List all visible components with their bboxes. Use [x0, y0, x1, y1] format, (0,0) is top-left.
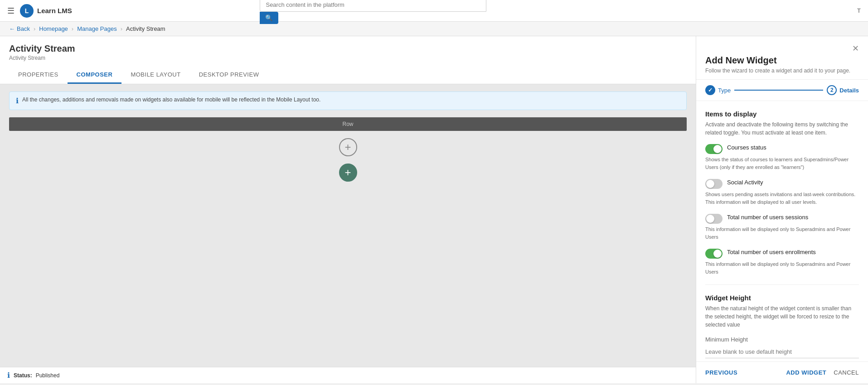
search-bar: 🔍	[260, 0, 486, 24]
toggle-thumb-0	[713, 145, 722, 153]
toggle-row-3: Total number of users enrollments	[705, 249, 859, 259]
nav-user-text: T	[857, 7, 861, 14]
toggle-courses-status[interactable]	[705, 144, 723, 154]
status-bar: ℹ Status: Published	[0, 367, 696, 383]
main-area: Activity Stream Activity Stream PROPERTI…	[0, 36, 696, 383]
step-1: ✓ Type	[705, 85, 731, 95]
breadcrumb-homepage[interactable]: Homepage	[39, 25, 68, 32]
search-input[interactable]	[260, 0, 486, 12]
breadcrumb-manage-pages[interactable]: Manage Pages	[77, 25, 116, 32]
page-tabs: PROPERTIES COMPOSER MOBILE LAYOUT DESKTO…	[9, 67, 687, 84]
cancel-button[interactable]: CANCEL	[834, 369, 859, 376]
back-button[interactable]: ← Back	[9, 25, 30, 32]
page-title: Activity Stream	[9, 43, 687, 54]
panel-footer: PREVIOUS ADD WIDGET CANCEL	[696, 361, 868, 383]
add-widget-button[interactable]: ADD WIDGET	[786, 369, 826, 376]
status-info-icon: ℹ	[7, 371, 10, 380]
section-divider	[705, 284, 859, 285]
toggle-desc-2: This information will be displayed only …	[705, 226, 859, 241]
sep3: ›	[121, 25, 122, 32]
toggle-social-activity[interactable]	[705, 179, 723, 189]
info-message: All the changes, additions and removals …	[22, 96, 320, 103]
toggle-user-enrollments[interactable]	[705, 249, 723, 259]
items-section-title: Items to display	[705, 110, 859, 118]
items-section-desc: Activate and deactivate the following it…	[705, 120, 859, 137]
panel-header: ✕ Add New Widget Follow the wizard to cr…	[696, 36, 868, 80]
toggle-thumb-1	[706, 180, 714, 188]
toggle-item-0: Courses status Shows the status of cours…	[705, 144, 859, 171]
sep1: ›	[34, 25, 35, 32]
toggle-row-2: Total number of users sessions	[705, 214, 859, 224]
tab-composer[interactable]: COMPOSER	[68, 67, 122, 84]
toggle-label-1: Social Activity	[727, 179, 859, 186]
toggle-thumb-2	[706, 215, 714, 223]
sep2: ›	[72, 25, 73, 32]
toggle-item-2: Total number of users sessions This info…	[705, 214, 859, 241]
back-arrow-icon: ←	[9, 25, 15, 32]
toggle-item-1: Social Activity Shows users pending asse…	[705, 179, 859, 206]
hamburger-icon[interactable]: ☰	[7, 6, 15, 16]
toggle-item-3: Total number of users enrollments This i…	[705, 249, 859, 275]
panel-body: Items to display Activate and deactivate…	[696, 101, 868, 361]
step1-circle: ✓	[705, 85, 715, 95]
brand-name: Learn LMS	[37, 7, 72, 14]
right-panel: ✕ Add New Widget Follow the wizard to cr…	[696, 36, 868, 383]
panel-close-row: ✕	[705, 43, 859, 53]
tab-mobile-layout[interactable]: MOBILE LAYOUT	[121, 67, 189, 84]
step-line	[734, 90, 823, 91]
step1-label: Type	[718, 87, 731, 94]
toggle-row-0: Courses status	[705, 144, 859, 154]
step2-label: Details	[839, 87, 859, 94]
page-content: Activity Stream Activity Stream PROPERTI…	[0, 36, 868, 383]
info-bar: ℹ All the changes, additions and removal…	[9, 91, 687, 110]
toggle-desc-0: Shows the status of courses to learners …	[705, 156, 859, 171]
toggle-row-1: Social Activity	[705, 179, 859, 189]
panel-subtitle: Follow the wizard to create a widget and…	[705, 67, 859, 74]
previous-button[interactable]: PREVIOUS	[705, 369, 737, 376]
add-widget-btn-2[interactable]: +	[339, 164, 357, 182]
status-label: Status:	[14, 372, 32, 379]
page-subtitle: Activity Stream	[9, 55, 687, 61]
search-button[interactable]: 🔍	[260, 12, 278, 24]
toggle-label-2: Total number of users sessions	[727, 214, 859, 221]
toggle-label-3: Total number of users enrollments	[727, 249, 859, 255]
panel-title: Add New Widget	[705, 55, 859, 66]
toggle-user-sessions[interactable]	[705, 214, 723, 224]
tab-properties[interactable]: PROPERTIES	[9, 67, 68, 84]
info-icon: ℹ	[16, 96, 19, 105]
widget-height-desc: When the natural height of the widget co…	[705, 304, 859, 329]
top-nav: ☰ L Learn LMS 🔍 T	[0, 0, 868, 22]
wizard-steps: ✓ Type 2 Details	[696, 80, 868, 101]
toggle-desc-3: This information will be displayed only …	[705, 260, 859, 275]
widget-height-title: Widget Height	[705, 294, 859, 302]
status-value: Published	[36, 372, 60, 379]
panel-close-button[interactable]: ✕	[852, 43, 859, 53]
toggle-label-0: Courses status	[727, 144, 859, 151]
step2-circle: 2	[827, 85, 837, 95]
nav-logo: L Learn LMS	[20, 4, 72, 18]
breadcrumb-current: Activity Stream	[126, 25, 165, 32]
logo-circle: L	[20, 4, 34, 18]
canvas-area: Row + +	[9, 117, 687, 182]
back-label: Back	[17, 25, 30, 32]
tab-desktop-preview[interactable]: DESKTOP PREVIEW	[190, 67, 268, 84]
toggle-thumb-3	[713, 250, 722, 258]
step-2: 2 Details	[827, 85, 859, 95]
nav-right: T	[857, 7, 861, 14]
min-height-label: Minimum Height	[705, 336, 859, 343]
toggle-desc-1: Shows users pending assets invitations a…	[705, 191, 859, 206]
footer-right-actions: ADD WIDGET CANCEL	[786, 369, 859, 376]
page-header: Activity Stream Activity Stream PROPERTI…	[0, 36, 696, 84]
min-height-input[interactable]	[705, 346, 859, 358]
add-widget-btn-1[interactable]: +	[339, 138, 357, 156]
canvas-row: Row	[9, 117, 687, 131]
